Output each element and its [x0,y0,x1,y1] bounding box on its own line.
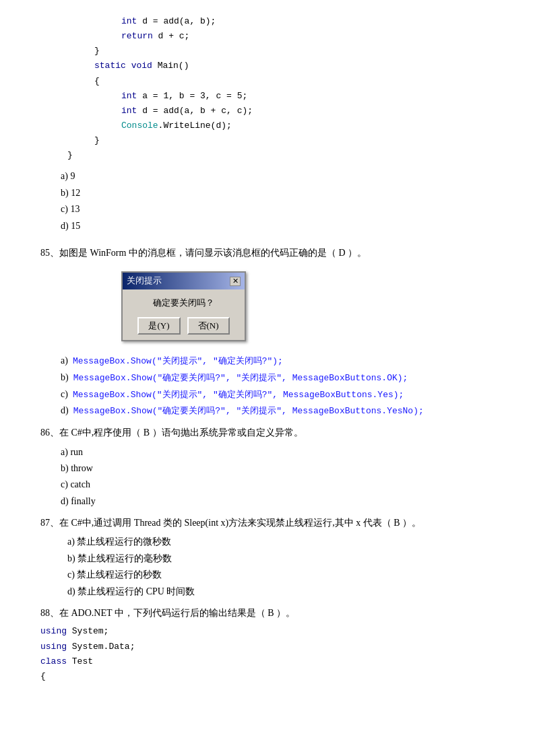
q86-option-b: b) throw [61,461,495,476]
q87-option-c: c) 禁止线程运行的秒数 [67,568,495,582]
code-line-2: return d + c; [121,30,495,43]
q85-option-c: c) MessageBox.Show("关闭提示", "确定关闭吗?", Mes… [61,387,495,403]
q85-option-a-prefix: a) [61,355,73,366]
dialog-yes-button[interactable]: 是(Y) [137,317,180,335]
kw-static: static [94,61,126,71]
q86-option-c: c) catch [61,477,495,492]
q86-text: 86、在 C#中,程序使用（ B ）语句抛出系统异常或自定义异常。 [40,427,303,438]
code-line-6: int a = 1, b = 3, c = 5; [121,90,495,103]
code-line-7: int d = add(a, b + c, c); [121,104,495,118]
q87-option-d: d) 禁止线程运行的 CPU 时间数 [67,584,495,599]
q88-code-block: using System; using System.Data; class T… [40,625,495,683]
dialog-box: 关闭提示 ✕ 确定要关闭吗？ 是(Y) 否(N) [121,271,246,341]
code-brace-1: } [94,46,100,56]
code-text-6: a = 1, b = 3, c = 5; [137,91,247,101]
kw-int-1: int [121,16,137,26]
q85-option-c-code: MessageBox.Show("关闭提示", "确定关闭吗?", Messag… [73,390,404,400]
code-top-block: int d = add(a, b); return d + c; } stati… [40,15,495,162]
q84-option-b-label: b) 12 [61,188,80,198]
kw-using-2: using [40,642,67,652]
code-line-4: static void Main() [94,59,495,73]
code-line-5: { [94,75,495,88]
code-text-8: .WriteLine(d); [158,121,232,131]
q88-code-text-2: System.Data; [67,642,135,652]
dialog-title-text: 关闭提示 [127,274,162,288]
q85-option-b-code: MessageBox.Show("确定要关闭吗?", "关闭提示", Messa… [73,373,408,383]
q86-option-a: a) run [61,445,495,460]
q87-option-a: a) 禁止线程运行的微秒数 [67,535,495,549]
kw-int-2: int [121,91,137,101]
dialog-title-bar: 关闭提示 ✕ [123,273,245,289]
q88-code-text-1: System; [67,626,108,636]
code-brace-3: } [94,135,100,145]
q85-options: a) MessageBox.Show("关闭提示", "确定关闭吗?"); b)… [61,353,495,419]
q86-option-d: d) finally [61,494,495,509]
q84-options: a) 9 b) 12 c) 13 d) 15 [61,169,495,234]
code-line-9: } [94,134,495,147]
q84-option-d-label: d) 15 [61,221,80,231]
kw-return: return [121,31,153,41]
q85-option-d: d) MessageBox.Show("确定要关闭吗?", "关闭提示", Me… [61,403,495,419]
code-text-4a [126,61,131,71]
q85-question: 85、如图是 WinForm 中的消息框，请问显示该消息框的代码正确的是（ D … [40,246,495,261]
code-brace-4: } [67,150,73,160]
q87-options: a) 禁止线程运行的微秒数 b) 禁止线程运行的毫秒数 c) 禁止线程运行的秒数… [67,535,495,599]
q85-option-a: a) MessageBox.Show("关闭提示", "确定关闭吗?"); [61,353,495,369]
q86-option-b-label: b) throw [61,463,93,473]
q84-option-b: b) 12 [61,186,495,201]
kw-void: void [131,61,152,71]
q86-question: 86、在 C#中,程序使用（ B ）语句抛出系统异常或自定义异常。 [40,425,495,440]
q85-option-b-prefix: b) [61,372,73,382]
q86-option-a-label: a) run [61,447,83,457]
code-brace-2: { [94,76,100,86]
q86-option-d-label: d) finally [61,496,96,506]
q85-option-a-code: MessageBox.Show("关闭提示", "确定关闭吗?"); [73,356,283,366]
q88-brace-open: { [40,671,46,681]
q88-question: 88、在 ADO.NET 中，下列代码运行后的输出结果是（ B ）。 [40,606,495,621]
q88-code-line-3: class Test [40,655,495,668]
dialog-no-button[interactable]: 否(N) [187,317,230,335]
q88-code-text-3: Test [67,656,93,666]
code-line-3: } [94,44,495,58]
q84-option-d: d) 15 [61,219,495,234]
q84-option-c: c) 13 [61,202,495,217]
messagebox-dialog: 关闭提示 ✕ 确定要关闭吗？ 是(Y) 否(N) [121,271,246,341]
q87-option-d-label: d) 禁止线程运行的 CPU 时间数 [67,586,195,596]
q84-option-c-label: c) 13 [61,204,80,214]
dialog-body: 确定要关闭吗？ 是(Y) 否(N) [123,289,245,340]
code-text-4b: Main() [152,61,189,71]
code-line-8: Console.WriteLine(d); [121,119,495,133]
q85-option-b: b) MessageBox.Show("确定要关闭吗?", "关闭提示", Me… [61,370,495,386]
kw-int-3: int [121,106,137,116]
q87-text: 87、在 C#中,通过调用 Thread 类的 Sleep(int x)方法来实… [40,518,421,528]
q84-option-a-label: a) 9 [61,171,75,181]
q88-code-line-1: using System; [40,625,495,638]
code-text-1: d = add(a, b); [137,16,216,26]
q86-options: a) run b) throw c) catch d) finally [61,445,495,510]
code-text-2: d + c; [153,31,190,41]
dialog-buttons-row: 是(Y) 否(N) [131,317,237,335]
code-line-1: int d = add(a, b); [121,15,495,28]
q85-text: 85、如图是 WinForm 中的消息框，请问显示该消息框的代码正确的是（ D … [40,248,367,258]
dialog-message-text: 确定要关闭吗？ [131,296,237,310]
q88-code-line-2: using System.Data; [40,640,495,654]
dialog-close-button[interactable]: ✕ [230,277,241,286]
kw-class: class [40,656,67,666]
q88-code-line-4: { [40,670,495,683]
q87-option-b: b) 禁止线程运行的毫秒数 [67,551,495,566]
q84-option-a: a) 9 [61,169,495,184]
q88-text: 88、在 ADO.NET 中，下列代码运行后的输出结果是（ B ）。 [40,608,295,618]
q85-option-d-prefix: d) [61,405,73,415]
code-line-10: } [67,149,495,162]
q87-question: 87、在 C#中,通过调用 Thread 类的 Sleep(int x)方法来实… [40,516,495,530]
q87-option-c-label: c) 禁止线程运行的秒数 [67,570,162,580]
q85-option-c-prefix: c) [61,389,73,399]
q87-option-b-label: b) 禁止线程运行的毫秒数 [67,553,172,563]
code-text-7: d = add(a, b + c, c); [137,106,253,116]
cn-console: Console [121,121,158,131]
q87-option-a-label: a) 禁止线程运行的微秒数 [67,537,171,547]
q86-option-c-label: c) catch [61,479,90,489]
kw-using-1: using [40,626,67,636]
q85-option-d-code: MessageBox.Show("确定要关闭吗?", "关闭提示", Messa… [73,406,424,416]
